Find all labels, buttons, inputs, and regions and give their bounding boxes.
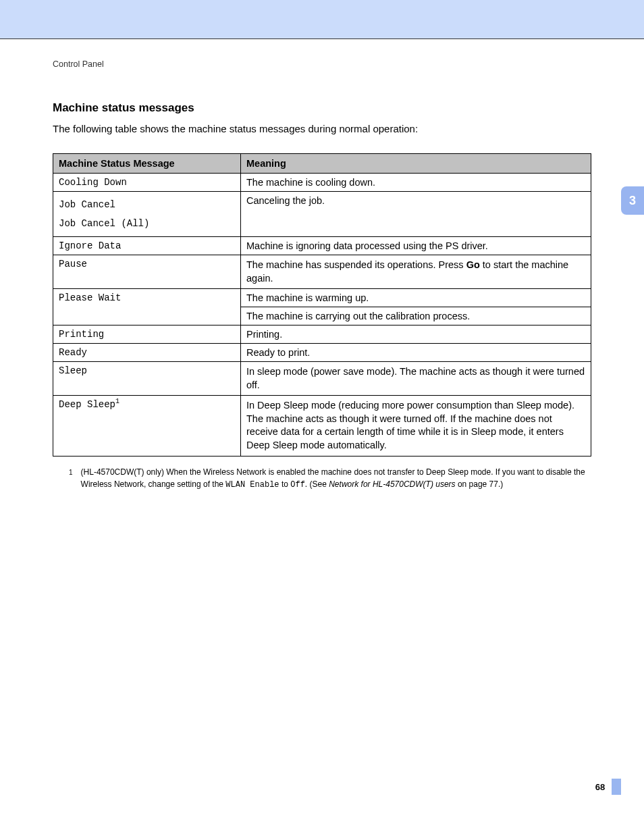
table-row: Pause The machine has suspended its oper… xyxy=(53,255,591,289)
chapter-number: 3 xyxy=(629,194,636,208)
status-message: Ready xyxy=(53,344,241,362)
footnote-text: (HL-4570CDW(T) only) When the Wireless N… xyxy=(81,466,591,491)
table-row: Sleep In sleep mode (power save mode). T… xyxy=(53,362,591,396)
footnote-mono: WLAN Enable xyxy=(225,480,279,490)
footnote-segment: to xyxy=(279,479,291,489)
status-meaning: Machine is ignoring data processed using… xyxy=(241,237,591,255)
table-row: Deep Sleep1 In Deep Sleep mode (reducing… xyxy=(53,396,591,456)
status-message: Job Cancel xyxy=(59,199,115,210)
section-title: Machine status messages xyxy=(53,101,591,115)
status-meaning: In sleep mode (power save mode). The mac… xyxy=(241,362,591,396)
status-message: Ignore Data xyxy=(53,237,241,255)
chapter-tab: 3 xyxy=(621,186,644,215)
intro-text: The following table shows the machine st… xyxy=(53,123,591,134)
page-number: 68 xyxy=(589,780,612,793)
footnote: 1 (HL-4570CDW(T) only) When the Wireless… xyxy=(53,466,591,491)
status-message-text: Deep Sleep xyxy=(59,399,115,410)
page-content: Control Panel Machine status messages Th… xyxy=(0,39,644,491)
status-message: Deep Sleep1 xyxy=(53,396,241,456)
status-meaning: Ready to print. xyxy=(241,344,591,362)
breadcrumb: Control Panel xyxy=(53,59,591,69)
top-banner xyxy=(0,0,644,39)
table-row: Please Wait The machine is warming up. xyxy=(53,289,591,307)
status-message: Sleep xyxy=(53,362,241,396)
footnote-segment: . (See xyxy=(305,479,329,489)
status-table: Machine Status Message Meaning Cooling D… xyxy=(53,153,591,457)
footnote-mono: Off xyxy=(290,480,305,490)
status-message: Job Cancel (All) xyxy=(59,218,149,229)
status-message: Cooling Down xyxy=(53,174,241,192)
status-meaning: In Deep Sleep mode (reducing more power … xyxy=(241,396,591,456)
footnote-superscript[interactable]: 1 xyxy=(115,398,119,406)
footnote-link[interactable]: Network for HL-4570CDW(T) users xyxy=(329,479,455,489)
status-meaning: The machine is cooling down. xyxy=(241,174,591,192)
status-meaning: Printing. xyxy=(241,325,591,344)
table-row: Ignore Data Machine is ignoring data pro… xyxy=(53,237,591,255)
table-header-message: Machine Status Message xyxy=(53,154,241,174)
status-meaning: The machine has suspended its operations… xyxy=(241,255,591,289)
page-number-text: 68 xyxy=(595,782,605,792)
status-message: Pause xyxy=(53,255,241,289)
table-row: Ready Ready to print. xyxy=(53,344,591,362)
page-number-accent xyxy=(612,779,621,795)
footnote-marker: 1 xyxy=(53,466,73,491)
table-row: Cooling Down The machine is cooling down… xyxy=(53,174,591,192)
status-meaning: Canceling the job. xyxy=(241,192,591,237)
status-meaning: The machine is warming up. xyxy=(241,289,591,307)
status-message: Please Wait xyxy=(53,289,241,325)
status-message: Printing xyxy=(53,325,241,344)
meaning-text: The machine has suspended its operations… xyxy=(246,259,466,270)
table-row: Printing Printing. xyxy=(53,325,591,344)
status-meaning: The machine is carrying out the calibrat… xyxy=(241,307,591,325)
table-header-meaning: Meaning xyxy=(241,154,591,174)
meaning-bold: Go xyxy=(466,259,480,270)
footnote-segment: on page 77.) xyxy=(456,479,504,489)
